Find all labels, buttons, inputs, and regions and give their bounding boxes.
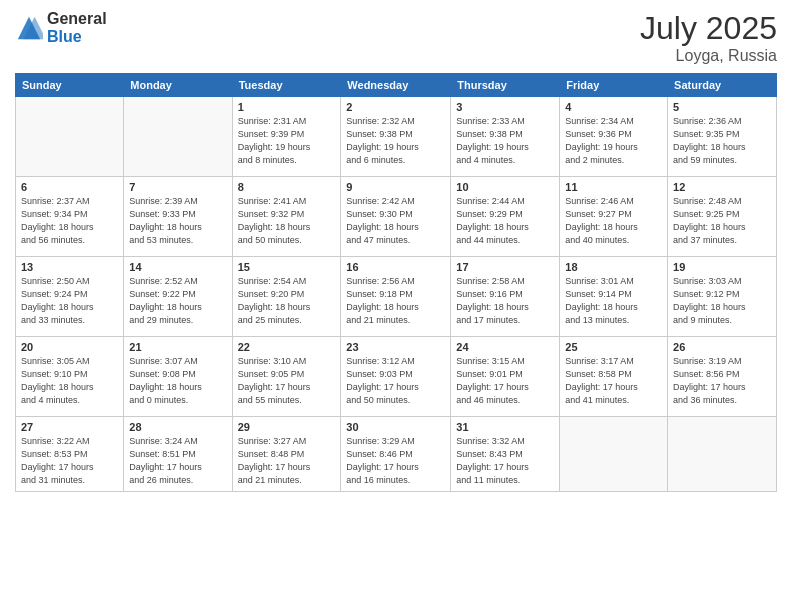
header-day-tuesday: Tuesday: [232, 74, 341, 97]
day-info: Sunrise: 2:41 AM Sunset: 9:32 PM Dayligh…: [238, 195, 336, 247]
day-info: Sunrise: 2:44 AM Sunset: 9:29 PM Dayligh…: [456, 195, 554, 247]
day-info: Sunrise: 2:50 AM Sunset: 9:24 PM Dayligh…: [21, 275, 118, 327]
calendar-cell: [124, 97, 232, 177]
logo: General Blue: [15, 10, 107, 45]
day-number: 30: [346, 421, 445, 433]
calendar-cell: 1Sunrise: 2:31 AM Sunset: 9:39 PM Daylig…: [232, 97, 341, 177]
day-info: Sunrise: 2:31 AM Sunset: 9:39 PM Dayligh…: [238, 115, 336, 167]
calendar-cell: 11Sunrise: 2:46 AM Sunset: 9:27 PM Dayli…: [560, 177, 668, 257]
calendar-cell: [668, 417, 777, 492]
calendar-cell: 8Sunrise: 2:41 AM Sunset: 9:32 PM Daylig…: [232, 177, 341, 257]
title-location: Loyga, Russia: [640, 47, 777, 65]
calendar-cell: 14Sunrise: 2:52 AM Sunset: 9:22 PM Dayli…: [124, 257, 232, 337]
calendar-week-row: 20Sunrise: 3:05 AM Sunset: 9:10 PM Dayli…: [16, 337, 777, 417]
day-number: 12: [673, 181, 771, 193]
day-info: Sunrise: 2:52 AM Sunset: 9:22 PM Dayligh…: [129, 275, 226, 327]
calendar-cell: 20Sunrise: 3:05 AM Sunset: 9:10 PM Dayli…: [16, 337, 124, 417]
day-info: Sunrise: 3:17 AM Sunset: 8:58 PM Dayligh…: [565, 355, 662, 407]
header-day-saturday: Saturday: [668, 74, 777, 97]
day-number: 6: [21, 181, 118, 193]
calendar-cell: 16Sunrise: 2:56 AM Sunset: 9:18 PM Dayli…: [341, 257, 451, 337]
day-info: Sunrise: 2:33 AM Sunset: 9:38 PM Dayligh…: [456, 115, 554, 167]
day-number: 19: [673, 261, 771, 273]
calendar-cell: 4Sunrise: 2:34 AM Sunset: 9:36 PM Daylig…: [560, 97, 668, 177]
calendar-cell: 15Sunrise: 2:54 AM Sunset: 9:20 PM Dayli…: [232, 257, 341, 337]
day-number: 18: [565, 261, 662, 273]
day-info: Sunrise: 2:36 AM Sunset: 9:35 PM Dayligh…: [673, 115, 771, 167]
header-day-sunday: Sunday: [16, 74, 124, 97]
day-number: 3: [456, 101, 554, 113]
calendar-cell: 31Sunrise: 3:32 AM Sunset: 8:43 PM Dayli…: [451, 417, 560, 492]
day-number: 15: [238, 261, 336, 273]
day-number: 20: [21, 341, 118, 353]
day-number: 7: [129, 181, 226, 193]
day-number: 16: [346, 261, 445, 273]
header-day-friday: Friday: [560, 74, 668, 97]
calendar-cell: [16, 97, 124, 177]
day-number: 24: [456, 341, 554, 353]
day-info: Sunrise: 3:19 AM Sunset: 8:56 PM Dayligh…: [673, 355, 771, 407]
day-info: Sunrise: 2:56 AM Sunset: 9:18 PM Dayligh…: [346, 275, 445, 327]
calendar-cell: 30Sunrise: 3:29 AM Sunset: 8:46 PM Dayli…: [341, 417, 451, 492]
calendar-cell: 29Sunrise: 3:27 AM Sunset: 8:48 PM Dayli…: [232, 417, 341, 492]
title-block: July 2025 Loyga, Russia: [640, 10, 777, 65]
day-info: Sunrise: 2:46 AM Sunset: 9:27 PM Dayligh…: [565, 195, 662, 247]
calendar-cell: 9Sunrise: 2:42 AM Sunset: 9:30 PM Daylig…: [341, 177, 451, 257]
day-info: Sunrise: 3:10 AM Sunset: 9:05 PM Dayligh…: [238, 355, 336, 407]
day-info: Sunrise: 3:15 AM Sunset: 9:01 PM Dayligh…: [456, 355, 554, 407]
day-info: Sunrise: 3:05 AM Sunset: 9:10 PM Dayligh…: [21, 355, 118, 407]
day-number: 4: [565, 101, 662, 113]
calendar-cell: 3Sunrise: 2:33 AM Sunset: 9:38 PM Daylig…: [451, 97, 560, 177]
logo-general-text: General: [47, 10, 107, 28]
day-number: 11: [565, 181, 662, 193]
day-info: Sunrise: 3:27 AM Sunset: 8:48 PM Dayligh…: [238, 435, 336, 487]
day-info: Sunrise: 3:32 AM Sunset: 8:43 PM Dayligh…: [456, 435, 554, 487]
day-number: 25: [565, 341, 662, 353]
logo-text: General Blue: [47, 10, 107, 45]
day-number: 2: [346, 101, 445, 113]
day-number: 22: [238, 341, 336, 353]
day-info: Sunrise: 3:29 AM Sunset: 8:46 PM Dayligh…: [346, 435, 445, 487]
logo-icon: [15, 14, 43, 42]
calendar-table: SundayMondayTuesdayWednesdayThursdayFrid…: [15, 73, 777, 492]
calendar-cell: 13Sunrise: 2:50 AM Sunset: 9:24 PM Dayli…: [16, 257, 124, 337]
day-number: 9: [346, 181, 445, 193]
day-info: Sunrise: 2:48 AM Sunset: 9:25 PM Dayligh…: [673, 195, 771, 247]
calendar-cell: 18Sunrise: 3:01 AM Sunset: 9:14 PM Dayli…: [560, 257, 668, 337]
day-number: 5: [673, 101, 771, 113]
calendar-cell: 22Sunrise: 3:10 AM Sunset: 9:05 PM Dayli…: [232, 337, 341, 417]
day-info: Sunrise: 2:39 AM Sunset: 9:33 PM Dayligh…: [129, 195, 226, 247]
calendar-cell: 6Sunrise: 2:37 AM Sunset: 9:34 PM Daylig…: [16, 177, 124, 257]
header-day-wednesday: Wednesday: [341, 74, 451, 97]
day-info: Sunrise: 2:37 AM Sunset: 9:34 PM Dayligh…: [21, 195, 118, 247]
day-number: 28: [129, 421, 226, 433]
calendar-cell: 10Sunrise: 2:44 AM Sunset: 9:29 PM Dayli…: [451, 177, 560, 257]
day-number: 8: [238, 181, 336, 193]
day-number: 14: [129, 261, 226, 273]
header-day-thursday: Thursday: [451, 74, 560, 97]
day-info: Sunrise: 3:01 AM Sunset: 9:14 PM Dayligh…: [565, 275, 662, 327]
calendar-cell: 23Sunrise: 3:12 AM Sunset: 9:03 PM Dayli…: [341, 337, 451, 417]
calendar-cell: [560, 417, 668, 492]
calendar-cell: 19Sunrise: 3:03 AM Sunset: 9:12 PM Dayli…: [668, 257, 777, 337]
day-number: 17: [456, 261, 554, 273]
calendar-header-row: SundayMondayTuesdayWednesdayThursdayFrid…: [16, 74, 777, 97]
calendar-week-row: 13Sunrise: 2:50 AM Sunset: 9:24 PM Dayli…: [16, 257, 777, 337]
day-info: Sunrise: 2:34 AM Sunset: 9:36 PM Dayligh…: [565, 115, 662, 167]
header: General Blue July 2025 Loyga, Russia: [15, 10, 777, 65]
calendar-cell: 25Sunrise: 3:17 AM Sunset: 8:58 PM Dayli…: [560, 337, 668, 417]
day-info: Sunrise: 2:42 AM Sunset: 9:30 PM Dayligh…: [346, 195, 445, 247]
day-info: Sunrise: 3:12 AM Sunset: 9:03 PM Dayligh…: [346, 355, 445, 407]
calendar-cell: 27Sunrise: 3:22 AM Sunset: 8:53 PM Dayli…: [16, 417, 124, 492]
day-info: Sunrise: 3:07 AM Sunset: 9:08 PM Dayligh…: [129, 355, 226, 407]
day-info: Sunrise: 3:03 AM Sunset: 9:12 PM Dayligh…: [673, 275, 771, 327]
calendar-cell: 28Sunrise: 3:24 AM Sunset: 8:51 PM Dayli…: [124, 417, 232, 492]
calendar-cell: 17Sunrise: 2:58 AM Sunset: 9:16 PM Dayli…: [451, 257, 560, 337]
day-info: Sunrise: 2:58 AM Sunset: 9:16 PM Dayligh…: [456, 275, 554, 327]
day-number: 27: [21, 421, 118, 433]
day-number: 31: [456, 421, 554, 433]
calendar-week-row: 6Sunrise: 2:37 AM Sunset: 9:34 PM Daylig…: [16, 177, 777, 257]
day-number: 23: [346, 341, 445, 353]
calendar-week-row: 27Sunrise: 3:22 AM Sunset: 8:53 PM Dayli…: [16, 417, 777, 492]
day-info: Sunrise: 2:32 AM Sunset: 9:38 PM Dayligh…: [346, 115, 445, 167]
